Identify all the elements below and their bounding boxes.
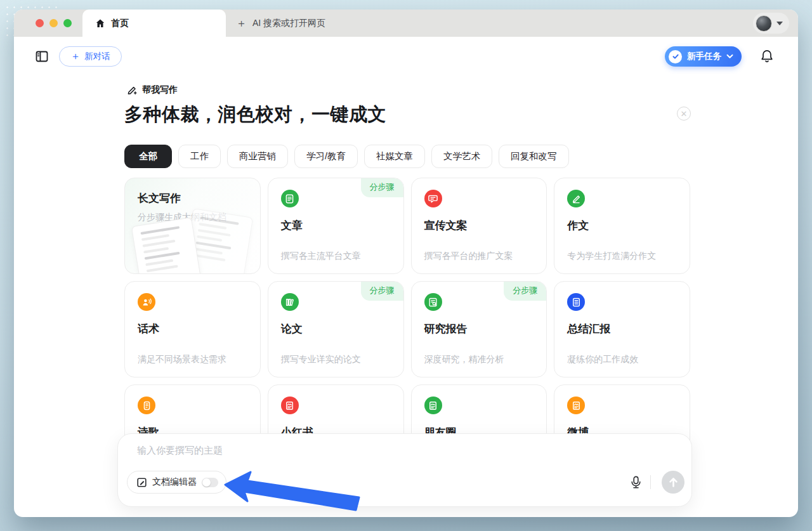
doc-editor-label: 文档编辑器: [152, 476, 197, 488]
card-title: 总结汇报: [567, 322, 610, 336]
writing-card-6[interactable]: 研究报告深度研究，精准分析分步骤: [411, 281, 547, 377]
write-pencil-icon: [127, 85, 138, 96]
topic-input[interactable]: 输入你要撰写的主题: [137, 445, 223, 457]
new-tab-label: AI 搜索或打开网页: [252, 18, 325, 29]
step-by-step-badge: 分步骤: [504, 282, 546, 301]
account-menu[interactable]: [753, 13, 789, 34]
bell-icon: [760, 49, 774, 63]
image-post-icon: [281, 397, 299, 414]
send-button[interactable]: [662, 471, 684, 494]
tab-home[interactable]: 首页: [82, 10, 226, 37]
scroll-doc-icon: [138, 397, 155, 414]
card-title: 研究报告: [424, 322, 468, 336]
doc-list-icon: [567, 293, 585, 311]
tab-home-label: 首页: [111, 18, 129, 29]
filter-tab-3[interactable]: 学习/教育: [294, 145, 358, 168]
promo-chat-icon: [424, 190, 442, 207]
card-title: 宣传文案: [424, 218, 468, 233]
notifications-button[interactable]: [760, 49, 774, 66]
writing-card-3[interactable]: 作文专为学生打造满分作文: [554, 178, 690, 274]
toggle-knob: [202, 478, 211, 487]
card-title: 作文: [567, 218, 589, 233]
card-subtitle: 深度研究，精准分析: [424, 354, 504, 365]
doc-edit-icon: [136, 477, 147, 488]
doc-search-icon: [424, 293, 442, 311]
close-icon[interactable]: ✕: [677, 107, 691, 121]
zoom-window-button[interactable]: [63, 19, 72, 27]
doc-editor-toggle[interactable]: [202, 478, 218, 487]
divider: [650, 475, 651, 489]
writing-card-1[interactable]: 文章撰写各主流平台文章分步骤: [268, 178, 404, 274]
avatar: [756, 15, 772, 32]
card-subtitle: 凝练你的工作成效: [567, 354, 638, 365]
window-tab-bar: 首页 ＋ AI 搜索或打开网页: [14, 10, 798, 37]
new-chat-button[interactable]: ＋ 新对话: [59, 46, 122, 67]
writing-card-0[interactable]: 长文写作分步骤生成大纲和文档: [124, 178, 261, 274]
minimize-window-button[interactable]: [49, 19, 58, 27]
card-title: 论文: [281, 322, 303, 336]
close-window-button[interactable]: [36, 19, 44, 27]
filter-tab-6[interactable]: 回复和改写: [499, 145, 569, 168]
card-subtitle: 撰写各主流平台文章: [281, 251, 361, 262]
person-voice-icon: [138, 293, 155, 311]
section-header-label: 帮我写作: [142, 84, 178, 96]
category-filter-tabs: 全部工作商业营销学习/教育社媒文章文学艺术回复和改写: [124, 145, 569, 168]
pencil-write-icon: [567, 190, 585, 207]
image-post-icon: [567, 397, 585, 414]
new-chat-label: 新对话: [84, 51, 110, 62]
sidebar-panel-icon: [35, 49, 49, 63]
microphone-icon: [630, 476, 642, 489]
card-title: 话术: [138, 322, 159, 336]
chevron-down-icon: [726, 54, 733, 59]
arrow-up-icon: [668, 476, 679, 488]
writing-card-5[interactable]: 论文撰写专业详实的论文分步骤: [268, 281, 404, 377]
filter-tab-4[interactable]: 社媒文章: [364, 145, 425, 168]
new-tab-button[interactable]: ＋ AI 搜索或打开网页: [236, 10, 325, 37]
filter-tab-1[interactable]: 工作: [178, 145, 221, 168]
filter-tab-2[interactable]: 商业营销: [227, 145, 288, 168]
home-icon: [95, 18, 105, 29]
card-subtitle: 专为学生打造满分作文: [567, 251, 656, 262]
card-subtitle: 满足不同场景表达需求: [138, 354, 226, 365]
writing-card-2[interactable]: 宣传文案撰写各平台的推广文案: [411, 178, 547, 274]
card-subtitle: 撰写各平台的推广文案: [424, 251, 513, 262]
outline-papers-illustration: [131, 217, 202, 274]
writing-card-7[interactable]: 总结汇报凝练你的工作成效: [554, 281, 690, 377]
step-by-step-badge: 分步骤: [361, 282, 403, 301]
check-circle-icon: [669, 50, 682, 63]
writing-card-4[interactable]: 话术满足不同场景表达需求: [124, 281, 261, 377]
app-window: 首页 ＋ AI 搜索或打开网页 ＋ 新对话 新手任务: [14, 10, 798, 517]
article-doc-icon: [281, 190, 299, 207]
books-icon: [281, 293, 299, 311]
beginner-tasks-label: 新手任务: [687, 51, 721, 62]
beginner-tasks-button[interactable]: 新手任务: [665, 46, 742, 67]
page-title: 多种体裁，润色校对，一键成文: [124, 102, 386, 128]
plus-icon: ＋: [70, 51, 81, 62]
voice-input-button[interactable]: [625, 472, 646, 492]
card-title: 文章: [281, 218, 303, 233]
chevron-down-icon: [776, 22, 783, 25]
sidebar-toggle-button[interactable]: [35, 49, 49, 66]
section-header: 帮我写作: [127, 84, 178, 96]
card-subtitle: 撰写专业详实的论文: [281, 354, 361, 365]
image-post-icon: [424, 397, 442, 414]
traffic-lights[interactable]: [36, 19, 72, 27]
doc-editor-toggle-button[interactable]: 文档编辑器: [127, 471, 226, 494]
plus-icon: ＋: [236, 18, 247, 29]
filter-tab-5[interactable]: 文学艺术: [431, 145, 492, 168]
composer-panel[interactable]: 输入你要撰写的主题 文档编辑器: [117, 433, 692, 507]
step-by-step-badge: 分步骤: [361, 178, 403, 197]
card-title: 长文写作: [138, 191, 181, 206]
filter-tab-0[interactable]: 全部: [124, 145, 172, 168]
